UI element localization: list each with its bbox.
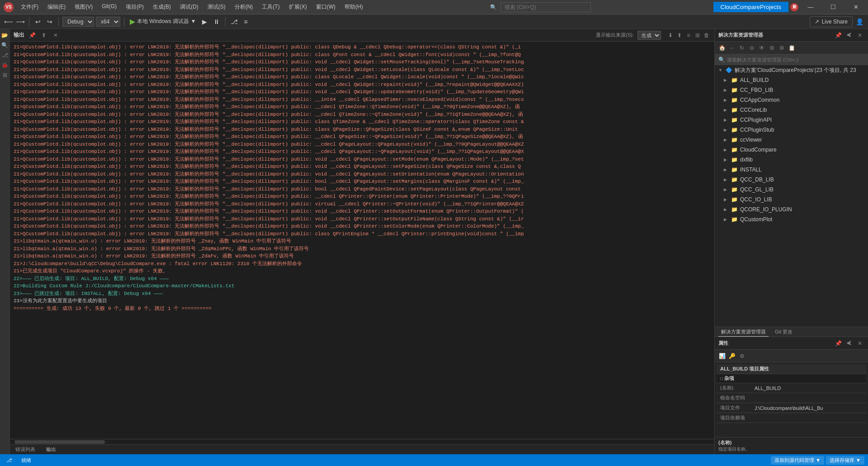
run-button[interactable]: ▶ 本地 Windows 调试器 ▼ bbox=[128, 17, 198, 26]
tree-item-qcustomplot[interactable]: ▶📁QCustomPlot bbox=[715, 214, 868, 224]
menu-file[interactable]: 文件(F) bbox=[16, 0, 43, 14]
source-control-button[interactable]: 添加到源代码管理 ▼ bbox=[771, 456, 824, 465]
output-action-3[interactable]: ≡ bbox=[684, 31, 693, 39]
tree-item-qcc-db-lib[interactable]: ▶📁QCC_DB_LIB bbox=[715, 175, 868, 185]
tree-item-all-build[interactable]: ▶📁ALL_BUILD bbox=[715, 75, 868, 85]
toolbar-forward[interactable]: ⟶ bbox=[15, 17, 25, 27]
menu-build[interactable]: 生成(B) bbox=[148, 0, 175, 14]
tree-item-qcc-gl-lib[interactable]: ▶📁QCC_GL_LIB bbox=[715, 185, 868, 195]
output-action-5[interactable]: 🗑 bbox=[703, 31, 711, 39]
props-btn-2[interactable]: 🔑 bbox=[727, 352, 736, 361]
activity-git[interactable]: ⎇ bbox=[0, 51, 9, 60]
menu-project[interactable]: 项目(P) bbox=[121, 0, 148, 14]
tab-output[interactable]: 输出 bbox=[41, 445, 61, 455]
close-button[interactable]: ✕ bbox=[845, 0, 866, 14]
search-input[interactable] bbox=[500, 2, 591, 12]
menu-edit[interactable]: 编辑(E) bbox=[43, 0, 70, 14]
toolbar-back[interactable]: ⟵ bbox=[4, 17, 14, 27]
se-filter[interactable]: ⚙ bbox=[767, 43, 776, 52]
activity-explorer[interactable]: 📂 bbox=[0, 31, 9, 40]
solution-tree: ▼ 🔷 解决方案'CloudCompareProjects'(23 个项目, 共… bbox=[715, 65, 868, 327]
select-repo-button[interactable]: 选择存储库 ▼ bbox=[826, 456, 864, 465]
activity-search[interactable]: 🔍 bbox=[0, 41, 9, 50]
menu-view[interactable]: 视图(V) bbox=[70, 0, 97, 14]
tree-item-ccviewer[interactable]: ▶📁ccViewer bbox=[715, 135, 868, 145]
config-dropdown[interactable]: Debug bbox=[62, 17, 94, 27]
status-icon[interactable]: ⎇ bbox=[4, 456, 15, 464]
menu-window[interactable]: 窗口(W) bbox=[311, 0, 340, 14]
toolbar-undo[interactable]: ↩ bbox=[33, 17, 43, 27]
output-action-4[interactable]: ⊞ bbox=[693, 31, 702, 39]
output-pin[interactable]: 📌 bbox=[28, 31, 36, 39]
se-tab-git[interactable]: Git 更改 bbox=[772, 328, 795, 336]
solution-search-input[interactable] bbox=[727, 57, 864, 62]
menu-tools[interactable]: 工具(T) bbox=[257, 0, 284, 14]
se-tab-explorer[interactable]: 解决方案资源管理器 bbox=[718, 328, 769, 337]
se-home[interactable]: 🏠 bbox=[717, 43, 726, 52]
output-scrollbar[interactable] bbox=[10, 439, 714, 444]
output-content[interactable]: 21>QCustomPlotd.lib(qcustomplot.obj) : e… bbox=[10, 42, 714, 439]
output-maximize[interactable]: ⬆ bbox=[40, 31, 48, 39]
tree-item-ccpluginstub[interactable]: ▶📁CCPluginStub bbox=[715, 125, 868, 135]
solution-explorer-footer: 解决方案资源管理器 Git 更改 bbox=[715, 327, 868, 337]
menu-help[interactable]: 帮助(H) bbox=[340, 0, 368, 14]
git-branch-icon: ⎇ bbox=[6, 457, 12, 463]
output-close[interactable]: ✕ bbox=[52, 31, 60, 39]
solution-search: 🔍 bbox=[715, 54, 868, 65]
solution-explorer: 解决方案资源管理器 📌 ⮜ ✕ 🏠 ← ↻ ⊖ 👁 ⚙ ⚙ 📋 🔍 bbox=[715, 29, 868, 337]
toolbar-git[interactable]: ⎇ bbox=[229, 17, 239, 27]
output-action-1[interactable]: ⬇ bbox=[666, 31, 675, 39]
se-preview[interactable]: 📋 bbox=[787, 43, 796, 52]
se-arrow[interactable]: ⮜ bbox=[844, 31, 854, 40]
toolbar-redo[interactable]: ↪ bbox=[45, 17, 55, 27]
toolbar-continue[interactable]: ▶ bbox=[200, 17, 210, 27]
activity-extensions[interactable]: ⊞ bbox=[0, 71, 9, 80]
output-source-select[interactable]: 生成 bbox=[637, 31, 661, 40]
live-share-button[interactable]: ↗ Live Share bbox=[810, 16, 853, 27]
tree-item-cc-fbo-lib[interactable]: ▶📁CC_FBO_LIB bbox=[715, 85, 868, 95]
props-pin[interactable]: 📌 bbox=[834, 339, 843, 348]
chevron-down-icon: ▼ bbox=[718, 68, 724, 72]
props-close[interactable]: ✕ bbox=[855, 339, 864, 348]
status-text: 就绪 bbox=[19, 456, 34, 465]
toolbar-pause[interactable]: ⏸ bbox=[212, 17, 222, 27]
toolbar-more[interactable]: ≡ bbox=[241, 17, 251, 27]
tree-item-install[interactable]: ▶📁INSTALL bbox=[715, 165, 868, 175]
props-btn-3[interactable]: ⚙ bbox=[737, 352, 746, 361]
platform-dropdown[interactable]: x64 bbox=[96, 17, 120, 27]
se-collapse[interactable]: ⊖ bbox=[747, 43, 756, 52]
tree-item-dxflib[interactable]: ▶📁dxflib bbox=[715, 155, 868, 165]
tree-item-cccorelib[interactable]: ▶📁CCCoreLib bbox=[715, 105, 868, 115]
se-sync[interactable]: ↻ bbox=[737, 43, 746, 52]
menu-test[interactable]: 测试(S) bbox=[203, 0, 230, 14]
se-settings[interactable]: ⚙ bbox=[777, 43, 786, 52]
se-back[interactable]: ← bbox=[727, 43, 736, 52]
menu-git[interactable]: Git(G) bbox=[97, 0, 121, 14]
prop-row-deps: 项目依赖项 bbox=[717, 413, 866, 423]
tree-item-qcore-io-plugin[interactable]: ▶📁QCORE_IO_PLUGIN bbox=[715, 204, 868, 214]
tree-item-ccappcommon[interactable]: ▶📁CCAppCommon bbox=[715, 95, 868, 105]
se-pin[interactable]: 📌 bbox=[834, 31, 843, 40]
se-close[interactable]: ✕ bbox=[855, 31, 864, 40]
output-scrollbar-thumb[interactable] bbox=[14, 440, 105, 444]
tree-item-cloudcompare[interactable]: ▶📁CloudCompare bbox=[715, 145, 868, 155]
output-line: 21>QCustomPlotd.lib(qcustomplot.obj) : e… bbox=[14, 126, 711, 133]
folder-icon: 📁 bbox=[731, 117, 738, 123]
menu-debug[interactable]: 调试(D) bbox=[175, 0, 203, 14]
minimize-button[interactable]: — bbox=[800, 0, 821, 14]
props-btn-1[interactable]: 📊 bbox=[717, 352, 726, 361]
menu-analyze[interactable]: 分析(N) bbox=[230, 0, 258, 14]
se-show-all[interactable]: 👁 bbox=[757, 43, 766, 52]
props-arrow[interactable]: ⮜ bbox=[844, 339, 854, 348]
tree-item-ccpluginapi[interactable]: ▶📁CCPluginAPI bbox=[715, 115, 868, 125]
tree-item-qcc-io-lib[interactable]: ▶📁QCC_IO_LIB bbox=[715, 195, 868, 204]
activity-debug[interactable]: 🐞 bbox=[0, 61, 9, 70]
account-icon[interactable]: 👤 bbox=[854, 17, 864, 27]
solution-root[interactable]: ▼ 🔷 解决方案'CloudCompareProjects'(23 个项目, 共… bbox=[715, 65, 868, 75]
menu-extensions[interactable]: 扩展(X) bbox=[284, 0, 311, 14]
tree-item-label: CCPluginStub bbox=[740, 127, 774, 133]
chevron-right-icon: ▶ bbox=[724, 118, 729, 122]
restore-button[interactable]: ☐ bbox=[823, 0, 844, 14]
output-action-2[interactable]: ⬆ bbox=[675, 31, 684, 39]
tab-errors[interactable]: 错误列表 bbox=[10, 445, 41, 455]
